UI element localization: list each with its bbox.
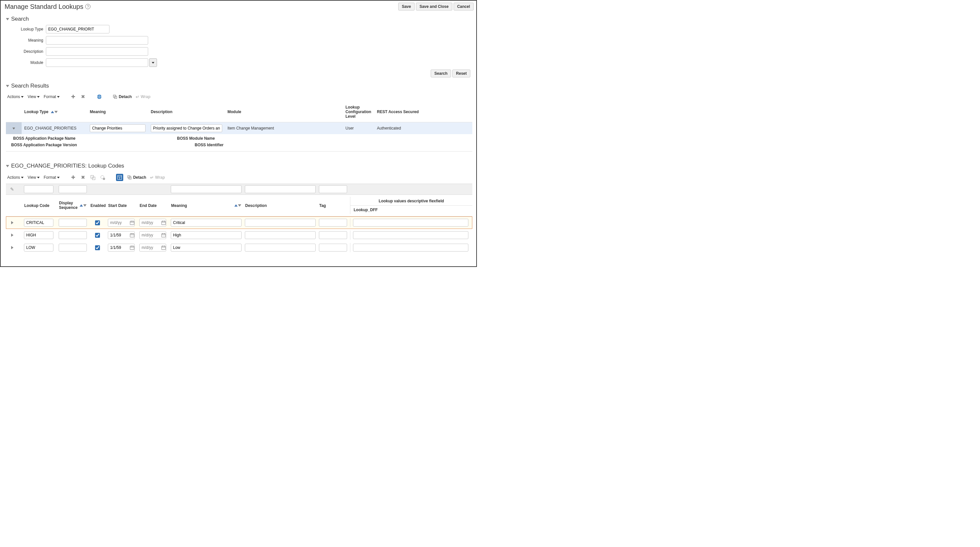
codes-section-header[interactable]: EGO_CHANGE_PRIORITIES: Lookup Codes xyxy=(6,163,472,169)
enabled-checkbox[interactable] xyxy=(95,245,100,250)
save-button[interactable]: Save xyxy=(398,3,415,11)
lookup-code-input[interactable] xyxy=(24,231,53,239)
calendar-icon[interactable] xyxy=(129,220,135,225)
codes-row[interactable] xyxy=(6,229,472,241)
format-menu[interactable]: Format xyxy=(44,94,60,99)
dff-input[interactable] xyxy=(353,244,468,252)
cancel-button[interactable]: Cancel xyxy=(453,3,474,11)
view-menu[interactable]: View xyxy=(27,94,40,99)
qbe-tag[interactable] xyxy=(319,185,347,193)
col-end-date[interactable]: End Date xyxy=(138,202,169,209)
results-section-header[interactable]: Search Results xyxy=(6,83,472,89)
display-seq-input[interactable] xyxy=(59,244,87,252)
meaning-input[interactable] xyxy=(46,36,148,45)
calendar-icon[interactable] xyxy=(129,233,135,238)
description-input[interactable] xyxy=(245,219,316,226)
qbe-meaning[interactable] xyxy=(171,185,242,193)
delete-icon[interactable]: ✖ xyxy=(80,94,86,100)
sort-asc-icon[interactable] xyxy=(51,111,54,113)
actions-menu[interactable]: Actions xyxy=(7,94,24,99)
col-config-level[interactable]: Lookup Configuration Level xyxy=(343,102,374,122)
view-menu[interactable]: View xyxy=(27,175,40,180)
tag-input[interactable] xyxy=(319,231,347,239)
svg-rect-18 xyxy=(131,233,132,234)
col-rest[interactable]: REST Access Secured xyxy=(374,102,472,122)
calendar-icon[interactable] xyxy=(129,245,135,250)
col-dff[interactable]: Lookup_DFF xyxy=(350,206,472,214)
col-meaning[interactable]: Meaning xyxy=(87,102,148,122)
qbe-toggle-icon[interactable] xyxy=(116,174,123,181)
add-icon[interactable]: ✚ xyxy=(70,94,76,100)
cell-config-level: User xyxy=(343,122,374,134)
description-input[interactable] xyxy=(245,244,316,252)
tag-input[interactable] xyxy=(319,219,347,226)
col-lookup-type[interactable]: Lookup Type xyxy=(24,110,49,114)
results-row[interactable]: EGO_CHANGE_PRIORITIES Item Change Manage… xyxy=(6,122,472,134)
meaning-input[interactable] xyxy=(171,231,242,239)
col-module[interactable]: Module xyxy=(225,102,343,122)
display-seq-input[interactable] xyxy=(59,219,87,226)
search-section-header[interactable]: Search xyxy=(6,16,472,22)
reset-button[interactable]: Reset xyxy=(452,70,470,77)
wrap-button: ↵ Wrap xyxy=(136,94,150,99)
globe-icon[interactable] xyxy=(96,94,102,100)
expand-row-icon[interactable] xyxy=(11,233,13,237)
codes-row[interactable] xyxy=(6,241,472,254)
enabled-checkbox[interactable] xyxy=(95,220,100,225)
actions-menu[interactable]: Actions xyxy=(7,175,24,180)
sort-desc-icon[interactable] xyxy=(54,111,58,113)
format-menu[interactable]: Format xyxy=(44,175,60,180)
dff-input[interactable] xyxy=(353,219,468,226)
meaning-input[interactable] xyxy=(171,219,242,226)
display-seq-input[interactable] xyxy=(59,231,87,239)
lookup-type-input[interactable] xyxy=(46,25,110,33)
sort-asc-icon[interactable] xyxy=(80,204,83,207)
calendar-icon[interactable] xyxy=(161,233,166,238)
pencil-icon[interactable]: ✎ xyxy=(6,187,18,192)
col-meaning[interactable]: Meaning xyxy=(171,203,187,208)
enabled-checkbox[interactable] xyxy=(95,233,100,238)
lookup-code-input[interactable] xyxy=(24,219,53,226)
sort-desc-icon[interactable] xyxy=(238,204,241,207)
col-lookup-code[interactable]: Lookup Code xyxy=(22,202,57,209)
module-dropdown-button[interactable] xyxy=(149,58,157,67)
search-button[interactable]: Search xyxy=(431,70,451,77)
col-start-date[interactable]: Start Date xyxy=(106,202,138,209)
duplicate-icon[interactable] xyxy=(90,174,96,180)
col-tag[interactable]: Tag xyxy=(317,202,350,209)
col-dff-group[interactable]: Lookup values descriptive flexfield xyxy=(350,197,472,206)
description-input[interactable] xyxy=(245,231,316,239)
lookup-code-input[interactable] xyxy=(24,244,53,252)
description-input[interactable] xyxy=(46,47,148,56)
col-description[interactable]: Description xyxy=(148,102,225,122)
svg-rect-13 xyxy=(133,221,134,222)
col-display-seq[interactable]: Display Sequence xyxy=(59,201,78,210)
col-description[interactable]: Description xyxy=(243,202,317,209)
col-enabled[interactable]: Enabled xyxy=(89,202,106,209)
cell-description-input[interactable] xyxy=(151,124,222,132)
add-icon[interactable]: ✚ xyxy=(70,174,76,180)
delete-icon[interactable]: ✖ xyxy=(80,174,86,180)
help-icon[interactable]: ? xyxy=(85,4,91,9)
expand-row-icon[interactable] xyxy=(11,221,13,224)
sort-desc-icon[interactable] xyxy=(83,204,86,207)
caret-down-icon xyxy=(21,96,24,98)
qbe-lookup-code[interactable] xyxy=(24,185,53,193)
detach-button[interactable]: Detach xyxy=(127,175,146,180)
dff-input[interactable] xyxy=(353,231,468,239)
expand-row-icon[interactable] xyxy=(13,128,15,129)
globe-add-icon[interactable] xyxy=(100,174,105,180)
expand-row-icon[interactable] xyxy=(11,246,13,249)
qbe-display-seq[interactable] xyxy=(59,185,87,193)
calendar-icon[interactable] xyxy=(161,245,166,250)
tag-input[interactable] xyxy=(319,244,347,252)
cell-meaning-input[interactable] xyxy=(90,124,146,132)
save-and-close-button[interactable]: Save and Close xyxy=(416,3,452,11)
calendar-icon[interactable] xyxy=(161,220,166,225)
module-input[interactable] xyxy=(46,58,148,67)
sort-asc-icon[interactable] xyxy=(234,204,238,207)
detach-button[interactable]: Detach xyxy=(113,94,132,99)
meaning-input[interactable] xyxy=(171,244,242,252)
codes-row[interactable] xyxy=(6,217,472,229)
qbe-description[interactable] xyxy=(245,185,316,193)
